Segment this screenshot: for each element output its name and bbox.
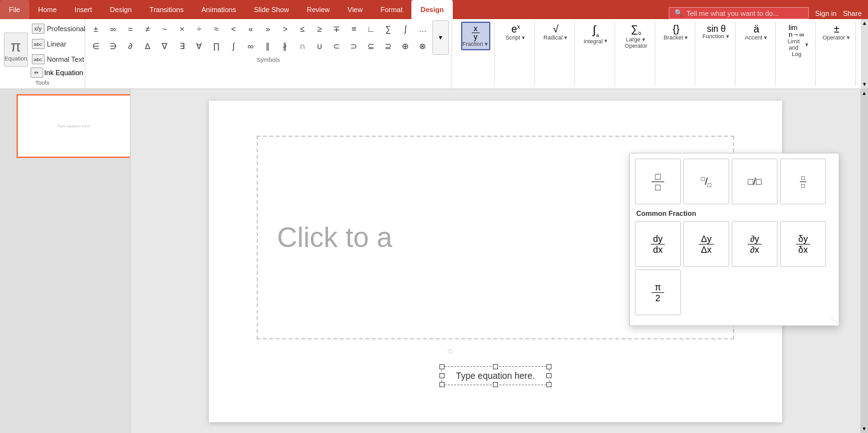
accent-button[interactable]: ä Accent ▼ — [742, 22, 771, 43]
sym-not-para[interactable]: ∦ — [277, 38, 294, 55]
ink-equation-button[interactable]: ✏ Ink Equation — [31, 67, 87, 78]
scroll-down-icon[interactable]: ▼ — [862, 82, 867, 87]
tab-animations[interactable]: Animations — [192, 0, 245, 19]
fraction-pi-2[interactable]: π 2 — [635, 269, 681, 315]
handle-br[interactable] — [546, 382, 551, 387]
tab-format[interactable]: Format — [371, 0, 411, 19]
symbols-grid: ± ∞ = ≠ ~ × ÷ ≈ < « » > ≤ ≥ ∓ ≡ ∟ — [88, 21, 431, 55]
tab-view[interactable]: View — [339, 0, 372, 19]
operator-button[interactable]: ± Operator ▼ — [822, 22, 851, 43]
symbols-more-button[interactable]: ▼ — [432, 20, 449, 55]
sym-ll[interactable]: « — [243, 21, 259, 38]
normal-text-button[interactable]: abc Normal Text — [31, 52, 87, 66]
large-operator-group: ∑0 Large ▼ Operator — [618, 22, 655, 86]
vscroll-down-icon[interactable]: ▼ — [862, 426, 867, 432]
radical-button[interactable]: √ Radical ▼ — [541, 22, 571, 43]
sym-otimes[interactable]: ⊗ — [415, 38, 431, 55]
sym-subset[interactable]: ⊂ — [329, 38, 345, 55]
bracket-button[interactable]: {} Bracket ▼ — [662, 22, 691, 43]
copyright-symbol: © — [448, 348, 453, 355]
function-button[interactable]: sin θ Function ▼ — [702, 22, 731, 42]
sym-not-equal[interactable]: ≠ — [139, 21, 156, 38]
sym-tilde[interactable]: ~ — [157, 21, 173, 38]
sym-gt[interactable]: > — [277, 21, 294, 38]
linear-button[interactable]: abc Linear — [31, 37, 87, 51]
sym-nabla[interactable]: ∇ — [157, 38, 173, 55]
sym-subsete[interactable]: ⊆ — [363, 38, 380, 55]
sym-supset[interactable]: ⊃ — [346, 38, 362, 55]
sym-equiv[interactable]: ≡ — [346, 21, 362, 38]
tab-insert[interactable]: Insert — [66, 0, 101, 19]
sym-equals[interactable]: = — [122, 21, 139, 38]
tab-review[interactable]: Review — [298, 0, 339, 19]
sym-sum[interactable]: ∑ — [380, 21, 397, 38]
sym-gg[interactable]: » — [260, 21, 276, 38]
tab-design-active[interactable]: Design — [411, 0, 453, 19]
fraction-skewed[interactable]: □/□ — [683, 159, 729, 204]
equation-container[interactable]: Type equation here. — [441, 366, 550, 385]
equation-button[interactable]: π Equation — [4, 32, 28, 67]
sym-supsete[interactable]: ⊇ — [380, 38, 397, 55]
sym-int2[interactable]: ∫ — [225, 38, 242, 55]
equation-text[interactable]: Type equation here. — [456, 371, 535, 381]
sym-times[interactable]: × — [174, 21, 190, 38]
handle-tr[interactable] — [546, 364, 551, 369]
sym-forall[interactable]: ∀ — [191, 38, 208, 55]
fraction-button[interactable]: x y Fraction ▼ — [461, 22, 490, 50]
sym-more[interactable]: … — [415, 21, 431, 38]
ribbon-scrollbar[interactable]: ▲ ▼ — [861, 19, 868, 89]
handle-tc[interactable] — [493, 364, 498, 369]
sym-oplus[interactable]: ⊕ — [397, 38, 414, 55]
sym-le[interactable]: ≤ — [294, 21, 311, 38]
handle-mr[interactable] — [546, 373, 551, 378]
sym-ni[interactable]: ∋ — [105, 38, 122, 55]
sym-in[interactable]: ∈ — [88, 38, 104, 55]
sym-partial[interactable]: ∂ — [122, 38, 139, 55]
handle-ml[interactable] — [439, 373, 445, 378]
search-bar[interactable]: 🔍 Tell me what you want to do... — [669, 7, 809, 19]
fraction-delta-y-x[interactable]: Δy Δx — [683, 221, 729, 267]
handle-tl[interactable] — [439, 364, 445, 369]
handle-bl[interactable] — [439, 382, 445, 387]
sym-inf2[interactable]: ∞ — [243, 38, 259, 55]
dropdown-resize-handle[interactable]: ⋱ — [831, 317, 837, 324]
tab-home[interactable]: Home — [29, 0, 66, 19]
sym-cap[interactable]: ∩ — [294, 38, 311, 55]
scroll-up-icon[interactable]: ▲ — [862, 20, 867, 26]
professional-button[interactable]: x/y Professional — [31, 22, 87, 36]
sym-exists[interactable]: ∃ — [174, 38, 190, 55]
handle-bc[interactable] — [493, 382, 498, 387]
share-button[interactable]: Share — [843, 10, 862, 17]
fraction-small-delta-y-x[interactable]: δy δx — [780, 221, 826, 267]
sym-prod[interactable]: ∏ — [208, 38, 225, 55]
sym-delta[interactable]: ∆ — [139, 38, 156, 55]
fraction-stacked[interactable]: □ □ — [635, 159, 681, 204]
integral-button[interactable]: ∫a Integral ▼ — [581, 22, 611, 47]
fraction-linear[interactable]: □/□ — [732, 159, 778, 204]
sym-lt[interactable]: < — [225, 21, 242, 38]
vertical-scrollbar[interactable]: ▲ ▼ — [860, 89, 868, 433]
sym-approx[interactable]: ≈ — [208, 21, 225, 38]
sym-angle[interactable]: ∟ — [363, 21, 380, 38]
sym-int[interactable]: ∫ — [397, 21, 414, 38]
limit-log-button[interactable]: limn→∞ Limit and ▼ Log — [782, 22, 811, 60]
sign-in-button[interactable]: Sign in — [815, 10, 837, 17]
sym-ge[interactable]: ≥ — [311, 21, 328, 38]
sym-cup[interactable]: ∪ — [311, 38, 328, 55]
tab-file[interactable]: File — [0, 0, 29, 19]
vscroll-up-icon[interactable]: ▲ — [862, 90, 867, 96]
sym-para[interactable]: ∥ — [260, 38, 276, 55]
script-button[interactable]: ex Script ▼ — [501, 22, 530, 43]
sym-mp[interactable]: ∓ — [329, 21, 345, 38]
fraction-dy-dx[interactable]: dy dx — [635, 221, 681, 267]
sym-plus-minus[interactable]: ± — [88, 21, 104, 38]
large-operator-button[interactable]: ∑0 Large ▼ Operator — [622, 22, 651, 52]
tab-slideshow[interactable]: Slide Show — [245, 0, 298, 19]
sym-divide[interactable]: ÷ — [191, 21, 208, 38]
tab-design[interactable]: Design — [101, 0, 141, 19]
sym-infinity[interactable]: ∞ — [105, 21, 122, 38]
slide-thumbnail[interactable]: Type equation here. — [17, 94, 131, 158]
tab-transitions[interactable]: Transitions — [141, 0, 192, 19]
fraction-partial-y-x[interactable]: ∂y ∂x — [732, 221, 778, 267]
fraction-small[interactable]: □ □ — [780, 159, 826, 204]
